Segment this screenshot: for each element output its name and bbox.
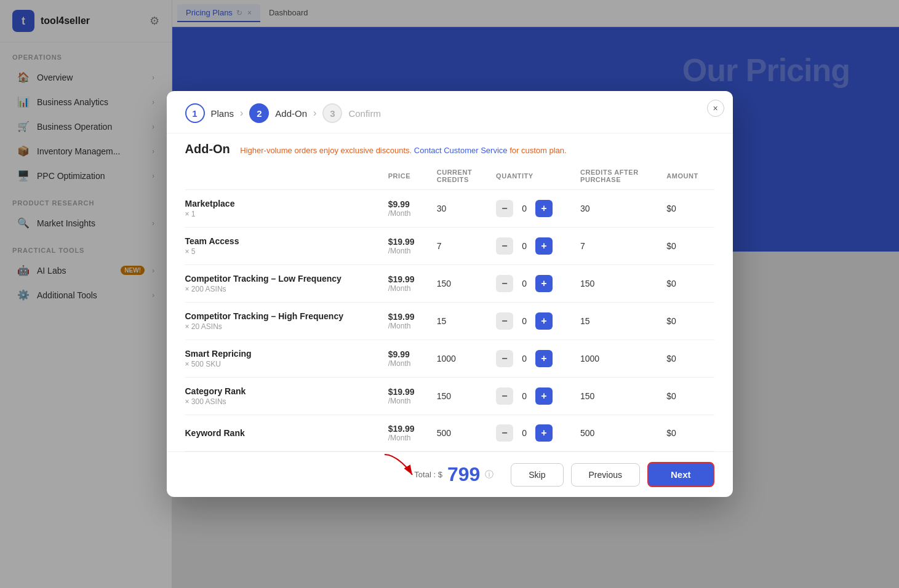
- qty-value-3: 0: [517, 316, 532, 326]
- cell-qty-1: − 0 +: [489, 228, 573, 265]
- cell-price-4: $9.99 /Month: [381, 340, 430, 378]
- cell-amount-1: $0: [659, 228, 714, 265]
- col-header-quantity: QUANTITY: [489, 162, 573, 190]
- total-area: Total : $ 799 ⓘ: [409, 463, 493, 486]
- qty-minus-4[interactable]: −: [496, 350, 513, 367]
- cell-credits-4: 1000: [430, 340, 489, 378]
- cell-credits-after-3: 15: [573, 303, 659, 340]
- cell-credits-5: 150: [430, 378, 489, 415]
- cell-credits-after-1: 7: [573, 228, 659, 265]
- cell-price-5: $19.99 /Month: [381, 378, 430, 415]
- step-3: 3 Confirm: [322, 103, 381, 123]
- qty-minus-3[interactable]: −: [496, 312, 513, 330]
- qty-minus-0[interactable]: −: [496, 200, 513, 217]
- step-label-1: Plans: [211, 108, 234, 119]
- addon-table-container: PRICE CURRENTCREDITS QUANTITY CREDITS AF…: [167, 156, 733, 451]
- col-header-name: [185, 162, 381, 190]
- step-circle-3: 3: [322, 103, 342, 123]
- arrow-indicator: [378, 451, 415, 476]
- cell-price-1: $19.99 /Month: [381, 228, 430, 265]
- step-circle-1: 1: [185, 103, 205, 123]
- cell-qty-5: − 0 +: [489, 378, 573, 415]
- qty-minus-2[interactable]: −: [496, 275, 513, 292]
- cell-price-2: $19.99 /Month: [381, 265, 430, 303]
- table-row: Category Rank × 300 ASINs $19.99 /Month …: [185, 378, 714, 415]
- addon-subtitle: Higher-volume orders enjoy exclusive dis…: [240, 146, 566, 155]
- cell-credits-after-6: 500: [573, 415, 659, 451]
- table-row: Smart Repricing × 500 SKU $9.99 /Month 1…: [185, 340, 714, 378]
- total-amount: 799: [447, 463, 480, 486]
- col-header-amount: AMOUNT: [659, 162, 714, 190]
- previous-button[interactable]: Previous: [571, 463, 640, 487]
- table-row: Marketplace × 1 $9.99 /Month 30 − 0 + 30…: [185, 190, 714, 228]
- cell-name-6: Keyword Rank: [185, 415, 381, 451]
- cell-amount-0: $0: [659, 190, 714, 228]
- qty-minus-6[interactable]: −: [496, 424, 513, 442]
- cell-credits-3: 15: [430, 303, 489, 340]
- addon-title: Add-On: [185, 142, 230, 156]
- step-2: 2 Add-On: [249, 103, 307, 123]
- addon-table: PRICE CURRENTCREDITS QUANTITY CREDITS AF…: [185, 162, 714, 451]
- table-row: Team Access × 5 $19.99 /Month 7 − 0 + 7 …: [185, 228, 714, 265]
- cell-qty-2: − 0 +: [489, 265, 573, 303]
- qty-value-2: 0: [517, 279, 532, 288]
- cell-qty-3: − 0 +: [489, 303, 573, 340]
- col-header-credits-after: CREDITS AFTERPURCHASE: [573, 162, 659, 190]
- table-row: Competitor Tracking – High Frequency × 2…: [185, 303, 714, 340]
- qty-value-4: 0: [517, 354, 532, 364]
- qty-minus-1[interactable]: −: [496, 237, 513, 255]
- step-separator-2: ›: [313, 108, 316, 119]
- step-label-3: Confirm: [348, 108, 381, 119]
- qty-minus-5[interactable]: −: [496, 387, 513, 405]
- modal-footer: Total : $ 799 ⓘ Skip Previous Next: [167, 451, 733, 497]
- step-separator-1: ›: [240, 108, 243, 119]
- next-button[interactable]: Next: [647, 462, 714, 487]
- qty-plus-3[interactable]: +: [535, 312, 553, 330]
- cell-name-2: Competitor Tracking – Low Frequency × 20…: [185, 265, 381, 303]
- cell-price-3: $19.99 /Month: [381, 303, 430, 340]
- cell-credits-after-0: 30: [573, 190, 659, 228]
- info-icon: ⓘ: [485, 469, 493, 480]
- cell-credits-1: 7: [430, 228, 489, 265]
- addon-modal: × 1 Plans › 2 Add-On › 3 Confirm: [167, 91, 733, 497]
- total-label: Total : $: [414, 470, 442, 479]
- cell-credits-2: 150: [430, 265, 489, 303]
- cell-name-0: Marketplace × 1: [185, 190, 381, 228]
- cell-qty-0: − 0 +: [489, 190, 573, 228]
- qty-value-1: 0: [517, 241, 532, 251]
- cell-credits-6: 500: [430, 415, 489, 451]
- qty-value-5: 0: [517, 391, 532, 401]
- modal-header: Add-On Higher-volume orders enjoy exclus…: [167, 133, 733, 156]
- cell-qty-6: − 0 +: [489, 415, 573, 451]
- cell-name-3: Competitor Tracking – High Frequency × 2…: [185, 303, 381, 340]
- cell-qty-4: − 0 +: [489, 340, 573, 378]
- qty-plus-2[interactable]: +: [535, 275, 553, 292]
- qty-plus-5[interactable]: +: [535, 387, 553, 405]
- steps-indicator: 1 Plans › 2 Add-On › 3 Confirm: [167, 91, 733, 133]
- cell-name-1: Team Access × 5: [185, 228, 381, 265]
- skip-button[interactable]: Skip: [511, 463, 563, 487]
- contact-service-link[interactable]: Contact Customer Service: [414, 146, 508, 155]
- modal-close-button[interactable]: ×: [707, 100, 724, 117]
- qty-value-0: 0: [517, 204, 532, 213]
- qty-plus-4[interactable]: +: [535, 350, 553, 367]
- col-header-credits: CURRENTCREDITS: [430, 162, 489, 190]
- cell-name-4: Smart Repricing × 500 SKU: [185, 340, 381, 378]
- col-header-price: PRICE: [381, 162, 430, 190]
- cell-credits-0: 30: [430, 190, 489, 228]
- table-row: Competitor Tracking – Low Frequency × 20…: [185, 265, 714, 303]
- qty-plus-0[interactable]: +: [535, 200, 553, 217]
- table-row: Keyword Rank $19.99 /Month 500 − 0 + 500…: [185, 415, 714, 451]
- cell-name-5: Category Rank × 300 ASINs: [185, 378, 381, 415]
- cell-credits-after-4: 1000: [573, 340, 659, 378]
- qty-value-6: 0: [517, 428, 532, 438]
- qty-plus-6[interactable]: +: [535, 424, 553, 442]
- qty-plus-1[interactable]: +: [535, 237, 553, 255]
- cell-price-0: $9.99 /Month: [381, 190, 430, 228]
- cell-amount-4: $0: [659, 340, 714, 378]
- cell-amount-3: $0: [659, 303, 714, 340]
- cell-price-6: $19.99 /Month: [381, 415, 430, 451]
- cell-amount-2: $0: [659, 265, 714, 303]
- step-label-2: Add-On: [275, 108, 307, 119]
- step-circle-2: 2: [249, 103, 269, 123]
